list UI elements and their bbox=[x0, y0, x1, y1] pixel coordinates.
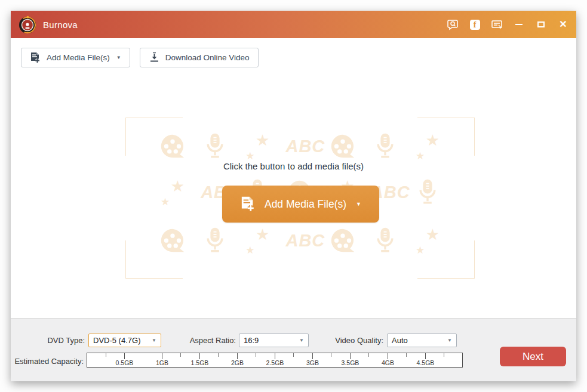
aspect-ratio-value: 16:9 bbox=[244, 336, 259, 345]
app-window: Burnova f ✕ bbox=[11, 11, 576, 381]
capacity-ruler-labels: 0.5GB 1GB 1.5GB 2GB 2.5GB 3GB 3.5GB 4GB … bbox=[106, 359, 462, 366]
abc-watermark: ABC bbox=[285, 231, 314, 251]
stars-icon: ★★ bbox=[413, 134, 442, 159]
feedback-form-icon[interactable] bbox=[491, 18, 503, 30]
dvd-type-select[interactable]: DVD-5 (4.7G) ▼ bbox=[88, 334, 161, 347]
add-media-files-main-button[interactable]: Add Media File(s) ▼ bbox=[222, 186, 379, 223]
microphone-icon bbox=[371, 133, 399, 159]
capacity-tick: 2.5GB bbox=[256, 359, 294, 366]
download-online-video-button[interactable]: Download Online Video bbox=[140, 48, 259, 67]
stars-icon: ★★ bbox=[243, 228, 272, 253]
capacity-tick: 4.5GB bbox=[407, 359, 444, 366]
capacity-ruler: 0.5GB 1GB 1.5GB 2GB 2.5GB 3GB 3.5GB 4GB … bbox=[87, 353, 463, 368]
add-media-files-toolbar-button[interactable]: Add Media File(s) ▼ bbox=[21, 48, 130, 67]
dvd-type-value: DVD-5 (4.7G) bbox=[93, 336, 140, 345]
microphone-icon bbox=[413, 179, 442, 205]
empty-state-hint: Click the button to add media file(s) bbox=[11, 161, 576, 171]
add-file-icon bbox=[240, 196, 256, 213]
film-reel-icon bbox=[158, 228, 187, 253]
app-title: Burnova bbox=[43, 20, 78, 30]
next-button-label: Next bbox=[523, 351, 543, 363]
video-quality-label: Video Quality: bbox=[324, 336, 383, 345]
stars-icon: ★★ bbox=[413, 228, 442, 253]
add-file-icon bbox=[30, 52, 41, 64]
next-button[interactable]: Next bbox=[500, 347, 566, 366]
titlebar: Burnova f ✕ bbox=[11, 11, 576, 38]
film-reel-icon bbox=[328, 134, 357, 159]
titlebar-actions: f ✕ bbox=[447, 18, 569, 30]
chevron-down-icon: ▼ bbox=[116, 55, 121, 60]
aspect-ratio-label: Aspect Ratio: bbox=[178, 336, 236, 345]
capacity-tick: 3GB bbox=[294, 359, 331, 366]
capacity-tick: 4GB bbox=[369, 359, 407, 366]
film-reel-icon bbox=[158, 134, 187, 159]
capacity-tick: 2GB bbox=[219, 359, 256, 366]
feedback-chat-search-icon[interactable] bbox=[447, 18, 459, 30]
burnova-logo-icon bbox=[18, 15, 37, 34]
microphone-icon bbox=[371, 227, 399, 254]
stars-icon: ★★ bbox=[243, 134, 272, 159]
video-quality-value: Auto bbox=[392, 336, 408, 345]
maximize-button[interactable] bbox=[535, 18, 547, 30]
toolbar: Add Media File(s) ▼ Download Online Vide… bbox=[21, 48, 259, 67]
capacity-tick: 3.5GB bbox=[331, 359, 369, 366]
abc-watermark: ABC bbox=[285, 137, 314, 156]
capacity-tick: 0.5GB bbox=[106, 359, 143, 366]
video-quality-select[interactable]: Auto ▼ bbox=[387, 334, 457, 347]
download-icon bbox=[149, 52, 160, 63]
watermark-row: ★★ ABC ★★ bbox=[158, 133, 442, 159]
footer-panel: DVD Type: DVD-5 (4.7G) ▼ Aspect Ratio: 1… bbox=[11, 318, 576, 381]
minimize-button[interactable] bbox=[513, 18, 525, 30]
film-reel-icon bbox=[328, 228, 357, 253]
add-media-files-label: Add Media File(s) bbox=[47, 53, 110, 62]
capacity-tick: 1GB bbox=[143, 359, 181, 366]
chevron-down-icon: ▼ bbox=[299, 338, 304, 343]
close-button[interactable]: ✕ bbox=[557, 18, 569, 30]
download-online-video-label: Download Online Video bbox=[165, 53, 250, 62]
chevron-down-icon: ▼ bbox=[152, 338, 156, 343]
chevron-down-icon: ▼ bbox=[356, 201, 361, 207]
stars-icon: ★★ bbox=[158, 180, 187, 205]
capacity-tick: 1.5GB bbox=[181, 359, 219, 366]
chevron-down-icon: ▼ bbox=[447, 338, 452, 343]
aspect-ratio-select[interactable]: 16:9 ▼ bbox=[239, 334, 309, 347]
estimated-capacity-label: Estimated Capacity: bbox=[11, 357, 84, 366]
dvd-type-label: DVD Type: bbox=[11, 336, 85, 345]
add-media-files-main-label: Add Media File(s) bbox=[265, 198, 346, 211]
microphone-icon bbox=[201, 227, 229, 254]
facebook-icon[interactable]: f bbox=[469, 18, 481, 30]
microphone-icon bbox=[201, 133, 229, 159]
watermark-row: ★★ ABC ★★ bbox=[158, 227, 442, 254]
